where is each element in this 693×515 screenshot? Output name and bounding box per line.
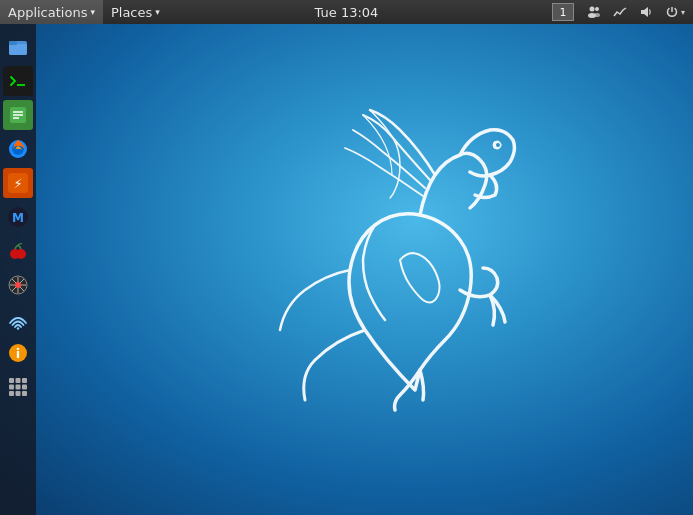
- dock-item-firefox[interactable]: [3, 134, 33, 164]
- svg-rect-6: [9, 44, 27, 55]
- radare-icon: [7, 274, 29, 296]
- sound-icon-btn[interactable]: [634, 1, 658, 23]
- power-icon-btn[interactable]: ▾: [660, 1, 689, 23]
- power-arrow: ▾: [681, 8, 685, 17]
- applications-label: Applications: [8, 5, 87, 20]
- svg-marker-4: [641, 7, 648, 17]
- svg-point-2: [595, 7, 599, 11]
- svg-rect-34: [9, 385, 14, 390]
- applications-arrow: ▾: [90, 7, 95, 17]
- dock-item-metasploit[interactable]: M: [3, 202, 33, 232]
- svg-point-0: [589, 7, 594, 12]
- svg-rect-36: [22, 385, 27, 390]
- svg-rect-31: [9, 378, 14, 383]
- desktop: ⚡ M: [0, 24, 693, 515]
- svg-text:M: M: [12, 211, 24, 225]
- people-icon: [586, 4, 602, 20]
- svg-rect-38: [16, 391, 21, 396]
- notes-icon: [8, 105, 28, 125]
- files-icon: [7, 36, 29, 58]
- dock-item-terminal[interactable]: [3, 66, 33, 96]
- workspace-switcher[interactable]: 1: [546, 1, 580, 23]
- svg-rect-37: [9, 391, 14, 396]
- svg-point-41: [496, 143, 500, 147]
- svg-rect-39: [22, 391, 27, 396]
- sound-icon: [638, 4, 654, 20]
- cherrytree-icon: [7, 240, 29, 262]
- svg-rect-33: [22, 378, 27, 383]
- network-icon: [612, 4, 628, 20]
- power-icon: [664, 4, 680, 20]
- svg-rect-8: [8, 71, 28, 91]
- places-menu[interactable]: Places ▾: [103, 0, 168, 24]
- burpsuite-icon: ⚡: [7, 172, 29, 194]
- clock: Tue 13:04: [315, 5, 379, 20]
- applications-menu[interactable]: Applications ▾: [0, 0, 103, 24]
- dock-item-cherrytree[interactable]: [3, 236, 33, 266]
- appgrid-icon: [7, 376, 29, 398]
- dock-item-wifite[interactable]: i: [3, 338, 33, 368]
- dock-item-aircrack[interactable]: [3, 304, 33, 334]
- people-icon-btn[interactable]: [582, 1, 606, 23]
- svg-rect-7: [9, 41, 17, 45]
- dock-item-radare[interactable]: [3, 270, 33, 300]
- places-label: Places: [111, 5, 152, 20]
- kali-dragon: [245, 100, 585, 440]
- top-panel: Applications ▾ Places ▾ Tue 13:04 1: [0, 0, 693, 24]
- dock-item-files[interactable]: [3, 32, 33, 62]
- metasploit-icon: M: [7, 206, 29, 228]
- left-dock: ⚡ M: [0, 24, 36, 515]
- terminal-icon: [7, 70, 29, 92]
- svg-point-28: [17, 327, 19, 329]
- svg-point-27: [15, 282, 21, 288]
- panel-left: Applications ▾ Places ▾: [0, 0, 546, 24]
- svg-point-21: [16, 249, 26, 259]
- svg-point-3: [594, 13, 600, 17]
- places-arrow: ▾: [155, 7, 160, 17]
- svg-rect-35: [16, 385, 21, 390]
- svg-rect-32: [16, 378, 21, 383]
- workspace-number: 1: [552, 3, 574, 21]
- svg-text:⚡: ⚡: [13, 176, 22, 191]
- dock-item-appgrid[interactable]: [3, 372, 33, 402]
- network-icon-btn[interactable]: [608, 1, 632, 23]
- dock-item-notes[interactable]: [3, 100, 33, 130]
- panel-right: 1 ▾: [546, 1, 693, 23]
- dock-item-burpsuite[interactable]: ⚡: [3, 168, 33, 198]
- wifite-icon: i: [7, 342, 29, 364]
- firefox-icon: [7, 138, 29, 160]
- svg-text:i: i: [16, 346, 20, 361]
- aircrack-icon: [7, 308, 29, 330]
